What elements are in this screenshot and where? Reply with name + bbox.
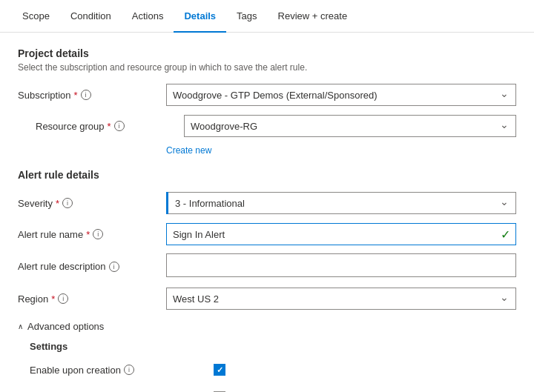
severity-input-col: 3 - Informational	[166, 192, 516, 214]
alert-rule-details-title: Alert rule details	[18, 169, 516, 181]
subscription-info-icon[interactable]: i	[81, 90, 91, 100]
advanced-options-content: Settings Enable upon creation i Automati…	[18, 341, 516, 392]
nav-item-condition[interactable]: Condition	[60, 0, 122, 33]
nav-item-scope[interactable]: Scope	[12, 0, 60, 33]
resource-group-label: Resource group * i	[36, 121, 184, 132]
nav-item-tags[interactable]: Tags	[226, 0, 267, 33]
alert-rule-name-required: *	[86, 229, 90, 240]
severity-required: *	[56, 198, 59, 209]
enable-creation-row: Enable upon creation i	[30, 359, 516, 380]
enable-creation-checkbox-wrapper	[214, 364, 225, 376]
advanced-options-label: Advanced options	[27, 321, 104, 332]
resource-group-row: Resource group * i Woodgrove-RG	[18, 114, 516, 138]
alert-rule-name-check-icon: ✓	[501, 227, 510, 242]
alert-rule-name-input-col: ✓	[166, 223, 516, 245]
severity-label: Severity * i	[18, 198, 166, 209]
nav-item-actions[interactable]: Actions	[122, 0, 174, 33]
project-details-desc: Select the subscription and resource gro…	[18, 62, 516, 73]
alert-rule-name-input-wrapper: ✓	[166, 223, 516, 245]
nav-item-details[interactable]: Details	[174, 0, 226, 33]
advanced-options-section: ∧ Advanced options Settings Enable upon …	[18, 321, 516, 392]
resource-group-dropdown[interactable]: Woodgrove-RG	[184, 115, 516, 137]
auto-resolve-row: Automatically resolve alerts (preview) i	[30, 388, 516, 392]
advanced-options-chevron-icon: ∧	[18, 322, 23, 330]
alert-rule-divider: Alert rule details	[18, 169, 516, 181]
region-required: *	[51, 293, 55, 305]
resource-group-info-icon[interactable]: i	[114, 121, 125, 131]
region-info-icon[interactable]: i	[58, 293, 68, 304]
subscription-required: *	[74, 90, 78, 101]
project-details-title: Project details	[18, 47, 516, 59]
severity-row: Severity * i 3 - Informational	[18, 191, 516, 215]
severity-select-wrapper: 3 - Informational	[166, 192, 516, 214]
severity-dropdown-wrapper: 3 - Informational	[166, 192, 516, 214]
alert-rule-description-row: Alert rule description i	[18, 253, 516, 279]
alert-rule-name-label: Alert rule name * i	[18, 229, 166, 240]
alert-rule-description-label: Alert rule description i	[18, 261, 166, 272]
enable-creation-checkbox[interactable]	[214, 364, 225, 376]
region-input-col: West US 2	[166, 288, 516, 310]
subscription-input-col: Woodgrove - GTP Demos (External/Sponsore…	[166, 84, 516, 106]
subscription-row: Subscription * i Woodgrove - GTP Demos (…	[18, 83, 516, 107]
resource-group-required: *	[108, 121, 111, 132]
alert-rule-name-input[interactable]	[166, 223, 516, 245]
severity-dropdown[interactable]: 3 - Informational	[166, 192, 516, 214]
region-label: Region * i	[18, 293, 166, 305]
main-content: Project details Select the subscription …	[0, 33, 534, 392]
subscription-dropdown-wrapper: Woodgrove - GTP Demos (External/Sponsore…	[166, 84, 516, 106]
severity-blue-bar	[166, 192, 168, 214]
resource-group-input-col: Woodgrove-RG	[184, 115, 516, 137]
enable-creation-info-icon[interactable]: i	[124, 365, 134, 375]
resource-group-dropdown-wrapper: Woodgrove-RG	[184, 115, 516, 137]
region-row: Region * i West US 2	[18, 287, 516, 310]
top-navigation: Scope Condition Actions Details Tags Rev…	[0, 0, 534, 33]
region-dropdown-wrapper: West US 2	[166, 288, 516, 310]
subscription-dropdown[interactable]: Woodgrove - GTP Demos (External/Sponsore…	[166, 84, 516, 106]
region-dropdown[interactable]: West US 2	[166, 288, 516, 310]
alert-rule-name-row: Alert rule name * i ✓	[18, 222, 516, 246]
nav-item-review-create[interactable]: Review + create	[268, 0, 358, 33]
settings-subtitle: Settings	[30, 341, 516, 352]
alert-rule-description-textarea[interactable]	[166, 253, 516, 277]
create-new-link[interactable]: Create new	[18, 145, 516, 156]
alert-rule-description-info-icon[interactable]: i	[109, 262, 119, 272]
alert-rule-name-info-icon[interactable]: i	[93, 229, 103, 239]
advanced-options-header[interactable]: ∧ Advanced options	[18, 321, 516, 332]
severity-info-icon[interactable]: i	[62, 198, 73, 208]
alert-rule-description-input-col	[166, 253, 516, 279]
enable-creation-label: Enable upon creation i	[30, 365, 208, 376]
subscription-label: Subscription * i	[18, 90, 166, 101]
